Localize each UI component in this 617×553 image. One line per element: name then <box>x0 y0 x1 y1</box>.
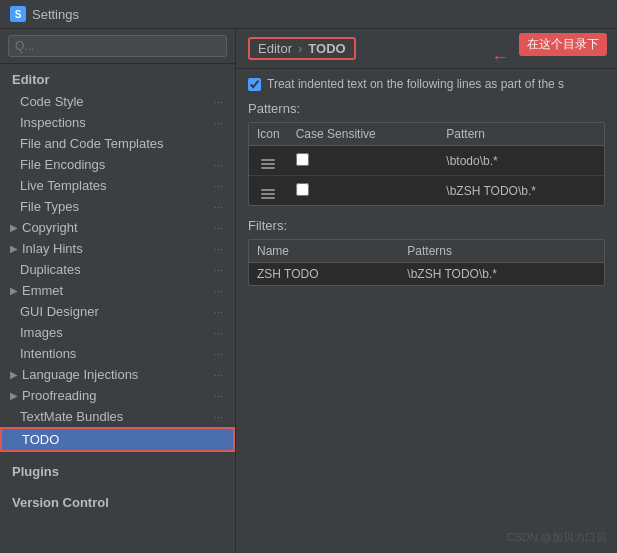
plugins-group-label: Plugins <box>0 460 235 483</box>
patterns-table-header: Icon Case Sensitive Pattern <box>249 123 604 146</box>
filters-section: Filters: Name Patterns ZSH <box>248 218 605 286</box>
col-case-sensitive: Case Sensitive <box>288 123 439 146</box>
sidebar-item-language-injections[interactable]: ▶ Language Injections ··· <box>0 364 235 385</box>
annotation-bubble: 在这个目录下 <box>519 33 607 56</box>
sidebar-item-label: Proofreading <box>22 388 214 403</box>
ellipsis-icon: ··· <box>214 180 223 192</box>
ellipsis-icon: ··· <box>214 369 223 381</box>
sidebar-item-live-templates[interactable]: Live Templates ··· <box>0 175 235 196</box>
treat-indented-row[interactable]: Treat indented text on the following lin… <box>248 77 605 91</box>
sidebar: Editor Code Style ··· Inspections ··· Fi… <box>0 29 236 553</box>
window-title: Settings <box>32 7 79 22</box>
editor-group-label: Editor <box>0 68 235 91</box>
col-name: Name <box>249 240 399 263</box>
breadcrumb-todo: TODO <box>308 41 345 56</box>
patterns-label: Patterns: <box>248 101 605 116</box>
sidebar-item-label: Language Injections <box>22 367 214 382</box>
sidebar-item-label: Images <box>20 325 214 340</box>
row-icon <box>249 176 288 206</box>
sidebar-item-emmet[interactable]: ▶ Emmet ··· <box>0 280 235 301</box>
main-header: Editor › TODO 在这个目录下 ← <box>236 29 617 69</box>
sidebar-item-label: File and Code Templates <box>20 136 223 151</box>
ellipsis-icon: ··· <box>214 243 223 255</box>
filter-name: ZSH TODO <box>249 263 399 286</box>
ellipsis-icon: ··· <box>214 390 223 402</box>
breadcrumb-editor: Editor <box>258 41 292 56</box>
arrow-icon: ▶ <box>10 243 18 254</box>
filters-table-container: Name Patterns ZSH TODO \bZSH TODO\b.* <box>248 239 605 286</box>
sidebar-item-label: Live Templates <box>20 178 214 193</box>
ellipsis-icon: ··· <box>214 264 223 276</box>
main-panel: Editor › TODO 在这个目录下 ← Treat indented te… <box>236 29 617 553</box>
sidebar-item-duplicates[interactable]: Duplicates ··· <box>0 259 235 280</box>
sidebar-item-file-code-templates[interactable]: File and Code Templates <box>0 133 235 154</box>
case-sensitive-checkbox[interactable] <box>296 183 309 196</box>
main-body: Treat indented text on the following lin… <box>236 69 617 553</box>
ellipsis-icon: ··· <box>214 327 223 339</box>
app-icon: S <box>10 6 26 22</box>
ellipsis-icon: ··· <box>214 159 223 171</box>
sidebar-item-label: File Types <box>20 199 214 214</box>
sidebar-item-label: Intentions <box>20 346 214 361</box>
col-patterns: Patterns <box>399 240 604 263</box>
content-area: Editor Code Style ··· Inspections ··· Fi… <box>0 29 617 553</box>
table-row: \bZSH TODO\b.* <box>249 176 604 206</box>
filters-table: Name Patterns ZSH TODO \bZSH TODO\b.* <box>249 240 604 285</box>
sidebar-item-todo[interactable]: TODO <box>0 427 235 452</box>
sidebar-item-images[interactable]: Images ··· <box>0 322 235 343</box>
row-pattern: \btodo\b.* <box>438 146 604 176</box>
sidebar-item-inlay-hints[interactable]: ▶ Inlay Hints ··· <box>0 238 235 259</box>
ellipsis-icon: ··· <box>214 96 223 108</box>
sidebar-item-gui-designer[interactable]: GUI Designer ··· <box>0 301 235 322</box>
col-pattern: Pattern <box>438 123 604 146</box>
row-pattern: \bZSH TODO\b.* <box>438 176 604 206</box>
sidebar-item-inspections[interactable]: Inspections ··· <box>0 112 235 133</box>
ellipsis-icon: ··· <box>214 411 223 423</box>
patterns-table: Icon Case Sensitive Pattern <box>249 123 604 205</box>
row-case-sensitive[interactable] <box>288 146 439 176</box>
settings-window: S Settings Editor Code Style ··· Inspect… <box>0 0 617 553</box>
treat-indented-checkbox[interactable] <box>248 78 261 91</box>
sidebar-item-file-encodings[interactable]: File Encodings ··· <box>0 154 235 175</box>
sidebar-item-label: Code Style <box>20 94 214 109</box>
title-bar: S Settings <box>0 0 617 29</box>
sidebar-item-label: Inspections <box>20 115 214 130</box>
list-icon <box>261 157 275 171</box>
sidebar-item-proofreading[interactable]: ▶ Proofreading ··· <box>0 385 235 406</box>
arrow-icon: ▶ <box>10 369 18 380</box>
filters-label: Filters: <box>248 218 605 233</box>
col-icon: Icon <box>249 123 288 146</box>
ellipsis-icon: ··· <box>214 201 223 213</box>
version-control-section: Version Control <box>0 487 235 518</box>
sidebar-item-label: TextMate Bundles <box>20 409 214 424</box>
treat-indented-label: Treat indented text on the following lin… <box>267 77 564 91</box>
list-icon <box>261 187 275 201</box>
table-row: \btodo\b.* <box>249 146 604 176</box>
arrow-icon: ▶ <box>10 390 18 401</box>
sidebar-item-label: Duplicates <box>20 262 214 277</box>
search-input[interactable] <box>8 35 227 57</box>
table-row: ZSH TODO \bZSH TODO\b.* <box>249 263 604 286</box>
sidebar-item-label: File Encodings <box>20 157 214 172</box>
sidebar-item-code-style[interactable]: Code Style ··· <box>0 91 235 112</box>
filters-table-header: Name Patterns <box>249 240 604 263</box>
sidebar-item-file-types[interactable]: File Types ··· <box>0 196 235 217</box>
sidebar-item-label: GUI Designer <box>20 304 214 319</box>
case-sensitive-checkbox[interactable] <box>296 153 309 166</box>
sidebar-item-label: Emmet <box>22 283 214 298</box>
arrow-icon: ▶ <box>10 222 18 233</box>
sidebar-item-label: TODO <box>22 432 221 447</box>
row-case-sensitive[interactable] <box>288 176 439 206</box>
ellipsis-icon: ··· <box>214 285 223 297</box>
ellipsis-icon: ··· <box>214 348 223 360</box>
editor-section: Editor Code Style ··· Inspections ··· Fi… <box>0 64 235 456</box>
ellipsis-icon: ··· <box>214 117 223 129</box>
sidebar-item-textmate-bundles[interactable]: TextMate Bundles ··· <box>0 406 235 427</box>
search-box[interactable] <box>0 29 235 64</box>
watermark: CSDN @加贝力口贝 <box>507 530 607 545</box>
breadcrumb-sep: › <box>298 41 302 56</box>
sidebar-item-copyright[interactable]: ▶ Copyright ··· <box>0 217 235 238</box>
ellipsis-icon: ··· <box>214 306 223 318</box>
sidebar-item-intentions[interactable]: Intentions ··· <box>0 343 235 364</box>
filter-pattern: \bZSH TODO\b.* <box>399 263 604 286</box>
